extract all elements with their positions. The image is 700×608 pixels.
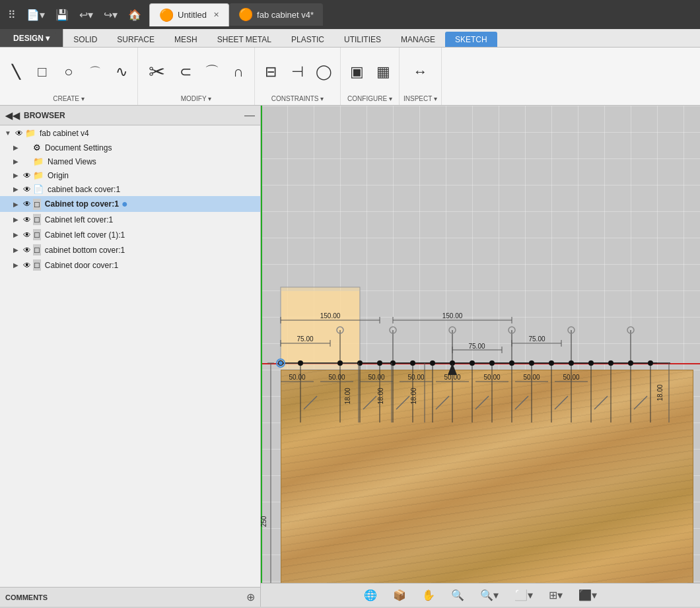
tab-untitled[interactable]: 🟠 Untitled ✕ (149, 3, 229, 26)
browser-title-label: BROWSER (24, 111, 65, 120)
cab-left-vis[interactable]: 👁 (21, 215, 33, 224)
create-label: CREATE ▾ (53, 95, 85, 102)
arc-tool[interactable]: ⌒ (83, 63, 107, 81)
configure1-tool[interactable]: ▣ (345, 62, 368, 82)
tab-untitled-label: Untitled (178, 10, 207, 20)
collapse-icon[interactable]: ◀◀ (5, 110, 20, 121)
doc-settings-label: Document Settings (45, 143, 112, 152)
ribbon: ╲ □ ○ ⌒ ∿ CREATE ▾ ✂ ⊂ (0, 48, 700, 106)
parallel-tool[interactable]: ⊣ (285, 62, 309, 82)
doc-settings-arrow[interactable]: ▶ (11, 144, 21, 151)
line-tool[interactable]: ╲ (4, 63, 28, 81)
cab-top-vis[interactable]: 👁 (21, 199, 33, 209)
tab-surface[interactable]: SURFACE (107, 32, 164, 47)
ribbon-tabs: DESIGN ▾ SOLID SURFACE MESH SHEET METAL … (0, 29, 700, 48)
tree-item-cab-left[interactable]: ▶ 👁 □ Cabinet left cover:1 (0, 212, 260, 227)
named-views-arrow[interactable]: ▶ (11, 158, 21, 165)
configure2-tool[interactable]: ▦ (371, 62, 395, 82)
comments-add-button[interactable]: ⊕ (246, 591, 255, 603)
spline-tool[interactable]: ∿ (110, 62, 133, 82)
cab-back-vis[interactable]: 👁 (21, 185, 33, 194)
tab-plastic[interactable]: PLASTIC (281, 32, 334, 47)
file-button[interactable]: 📄▾ (24, 6, 48, 24)
rect-tool[interactable]: □ (30, 62, 54, 82)
tree-item-cab-back[interactable]: ▶ 👁 📄 cabinet back cover:1 (0, 182, 260, 196)
spline-icon: ∿ (116, 65, 127, 79)
tab-fab-icon: 🟠 (238, 7, 253, 22)
coincident-tool[interactable]: ◯ (312, 62, 336, 82)
apps-button[interactable]: ⠿ (5, 6, 18, 24)
top-bar: ⠿ 📄▾ 💾 ↩▾ ↪▾ 🏠 🟠 Untitled ✕ 🟠 fab cabine… (0, 0, 700, 29)
offset-tool[interactable]: ∩ (227, 62, 250, 82)
cab-bottom-arrow[interactable]: ▶ (11, 246, 21, 253)
cab-bottom-vis[interactable]: 👁 (21, 246, 33, 255)
scissors-tool[interactable]: ✂ (142, 59, 171, 84)
design-button[interactable]: DESIGN ▾ (7, 32, 56, 45)
circle-tool[interactable]: ○ (57, 62, 81, 82)
cab-back-arrow[interactable]: ▶ (11, 186, 21, 193)
view-mode-1[interactable]: ⬜▾ (510, 586, 537, 604)
main-layout: ◀◀ BROWSER — ▼ 👁 📁 fab cabinet v4 ▶ ⚙ Do… (0, 106, 700, 607)
origin-arrow[interactable]: ▶ (11, 172, 21, 179)
tab-mesh[interactable]: MESH (164, 32, 207, 47)
configure2-icon: ▦ (376, 65, 390, 79)
tab-fab-cabinet[interactable]: 🟠 fab cabinet v4* (229, 3, 323, 26)
inspect-group: ↔ INSPECT ▾ (400, 48, 442, 105)
orbit-button[interactable]: 🌐 (360, 586, 381, 604)
zoom-dropdown[interactable]: 🔍▾ (476, 586, 503, 604)
comments-bar: COMMENTS ⊕ (0, 587, 260, 607)
cab-left1-vis[interactable]: 👁 (21, 230, 33, 240)
tree-item-cab-left1[interactable]: ▶ 👁 □ Cabinet left cover (1):1 (0, 227, 260, 242)
undo-button[interactable]: ↩▾ (77, 6, 96, 24)
cab-left-label: Cabinet left cover:1 (45, 215, 113, 224)
cab-top-arrow[interactable]: ▶ (11, 201, 21, 208)
zoom-button[interactable]: 🔍 (447, 586, 468, 604)
tree-item-cab-top[interactable]: ▶ 👁 □ Cabinet top cover:1 ● (0, 196, 260, 212)
tree-item-cab-bottom[interactable]: ▶ 👁 □ cabinet bottom cover:1 (0, 242, 260, 257)
tree-item-cab-door[interactable]: ▶ 👁 □ Cabinet door cover:1 (0, 257, 260, 273)
design-dropdown[interactable]: DESIGN ▾ (0, 29, 63, 47)
cab-left-arrow[interactable]: ▶ (11, 216, 21, 223)
tab-utilities[interactable]: UTILITIES (334, 32, 391, 47)
origin-vis[interactable]: 👁 (21, 171, 33, 180)
extend-icon: ⌒ (205, 65, 219, 79)
tab-sketch[interactable]: SKETCH (445, 32, 497, 47)
save-button[interactable]: 💾 (53, 6, 71, 24)
view-mode-3[interactable]: ⬛▾ (575, 586, 601, 604)
tab-solid[interactable]: SOLID (63, 32, 107, 47)
canvas-area[interactable]: 150.00 150.00 75.00 75.00 75.00 50.00 (261, 106, 700, 607)
tree-item-named-views[interactable]: ▶ 📁 Named Views (0, 154, 260, 168)
tab-sheet-metal[interactable]: SHEET METAL (207, 32, 281, 47)
browser-minus-button[interactable]: — (244, 110, 255, 121)
line-icon: ╲ (12, 65, 20, 79)
cab-door-arrow[interactable]: ▶ (11, 261, 21, 269)
wood-grain-texture (281, 370, 693, 606)
fit-view-button[interactable]: 📦 (389, 586, 410, 604)
selected-sketch-piece (281, 290, 360, 370)
view-mode-2[interactable]: ⊞▾ (545, 586, 567, 604)
inspect-label: INSPECT ▾ (403, 95, 437, 102)
cab-left1-arrow[interactable]: ▶ (11, 231, 21, 238)
root-arrow[interactable]: ▼ (3, 129, 13, 137)
cab-door-vis[interactable]: 👁 (21, 261, 33, 270)
cab-left1-icon: □ (33, 229, 41, 240)
origin-icon: 📁 (33, 170, 44, 180)
tab-untitled-icon: 🟠 (159, 8, 174, 22)
extend-tool[interactable]: ⌒ (200, 62, 224, 82)
redo-button[interactable]: ↪▾ (101, 6, 120, 24)
tab-manage[interactable]: MANAGE (391, 32, 445, 47)
home-button[interactable]: 🏠 (125, 6, 144, 24)
trim-tool[interactable]: ⊂ (174, 62, 197, 82)
rect-icon: □ (38, 65, 46, 79)
root-visibility[interactable]: 👁 (13, 129, 25, 138)
tree-root-item[interactable]: ▼ 👁 📁 fab cabinet v4 (0, 125, 260, 141)
tab-close-button[interactable]: ✕ (213, 11, 219, 19)
perpendicular-tool[interactable]: ⊟ (259, 62, 283, 82)
root-label: fab cabinet v4 (40, 129, 89, 138)
tree-item-origin[interactable]: ▶ 👁 📁 Origin (0, 168, 260, 182)
measure-tool[interactable]: ↔ (408, 62, 432, 82)
parallel-icon: ⊣ (291, 65, 304, 79)
cab-bottom-icon: □ (33, 244, 41, 255)
pan-button[interactable]: ✋ (418, 586, 439, 604)
tree-item-doc-settings[interactable]: ▶ ⚙ Document Settings (0, 141, 260, 154)
